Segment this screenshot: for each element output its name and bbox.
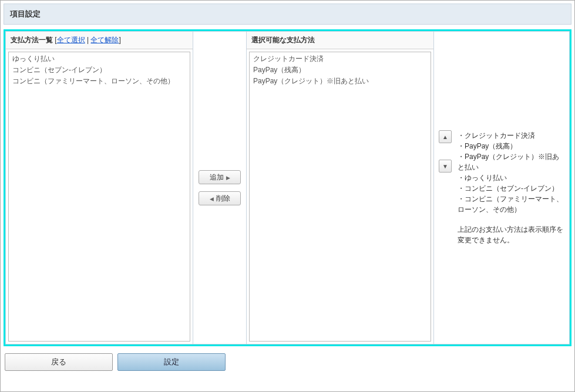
move-down-button[interactable]: ▼ (439, 160, 452, 173)
back-button[interactable]: 戻る (5, 353, 113, 371)
remove-button[interactable]: 削除 (199, 191, 241, 205)
deselect-all-link[interactable]: 全て解除 (90, 36, 119, 44)
list-item[interactable]: コンビニ（セブン-イレブン） (10, 65, 189, 76)
right-panel-header: 選択可能な支払方法 (247, 32, 433, 49)
footer-buttons: 戻る 設定 (4, 351, 571, 373)
list-item[interactable]: PayPay（クレジット）※旧あと払い (251, 76, 429, 87)
chevron-up-icon: ▲ (442, 134, 448, 140)
list-item: コンビニ（セブン-イレブン） (458, 183, 564, 194)
arrow-left-icon (210, 194, 215, 202)
add-button[interactable]: 追加 (199, 170, 241, 184)
selected-methods-listbox[interactable]: クレジットカード決済 PayPay（残高） PayPay（クレジット）※旧あと払… (249, 52, 431, 342)
arrow-right-icon (225, 173, 230, 181)
dual-list-layout: 支払方法一覧 [全て選択 | 全て解除] ゆっくり払い コンビニ（セブン-イレブ… (5, 31, 570, 344)
selected-methods-panel: 選択可能な支払方法 クレジットカード決済 PayPay（残高） PayPay（ク… (246, 31, 434, 344)
reorder-buttons: ▲ ▼ (439, 130, 452, 173)
left-panel-header: 支払方法一覧 [全て選択 | 全て解除] (6, 32, 193, 49)
list-item[interactable]: ゆっくり払い (10, 53, 189, 65)
fixed-order-list: クレジットカード決済 PayPay（残高） PayPay（クレジット）※旧あと払… (458, 130, 564, 215)
transfer-buttons-column: 追加 削除 (193, 31, 246, 344)
select-all-link[interactable]: 全て選択 (57, 36, 85, 44)
right-panel-title: 選択可能な支払方法 (251, 36, 315, 44)
page-title: 項目設定 (4, 4, 571, 25)
left-panel-title: 支払方法一覧 (11, 36, 53, 44)
settings-highlight-area: 支払方法一覧 [全て選択 | 全て解除] ゆっくり払い コンビニ（セブン-イレブ… (4, 29, 571, 346)
app-window: 項目設定 支払方法一覧 [全て選択 | 全て解除] ゆっくり払い コンビニ（セブ… (0, 0, 575, 392)
list-item: ゆっくり払い (458, 173, 564, 183)
list-item: PayPay（クレジット）※旧あと払い (458, 151, 564, 173)
available-methods-listbox[interactable]: ゆっくり払い コンビニ（セブン-イレブン） コンビニ（ファミリーマート、ローソン… (8, 52, 190, 342)
list-item[interactable]: PayPay（残高） (251, 65, 429, 76)
submit-button[interactable]: 設定 (117, 353, 226, 371)
list-item: クレジットカード決済 (458, 130, 564, 141)
info-text-block: クレジットカード決済 PayPay（残高） PayPay（クレジット）※旧あと払… (458, 130, 564, 245)
info-column: ▲ ▼ クレジットカード決済 PayPay（残高） PayPay（クレジット）※… (434, 31, 570, 344)
move-up-button[interactable]: ▲ (439, 130, 452, 143)
info-row: ▲ ▼ クレジットカード決済 PayPay（残高） PayPay（クレジット）※… (439, 130, 564, 245)
available-methods-panel: 支払方法一覧 [全て選択 | 全て解除] ゆっくり払い コンビニ（セブン-イレブ… (5, 31, 193, 344)
chevron-down-icon: ▼ (442, 163, 448, 170)
info-note: 上記のお支払い方法は表示順序を変更できません。 (458, 224, 564, 245)
list-item[interactable]: コンビニ（ファミリーマート、ローソン、その他） (10, 76, 189, 87)
list-item: PayPay（残高） (458, 141, 564, 151)
list-item[interactable]: クレジットカード決済 (251, 53, 429, 65)
list-item: コンビニ（ファミリーマート、ローソン、その他） (458, 194, 564, 215)
